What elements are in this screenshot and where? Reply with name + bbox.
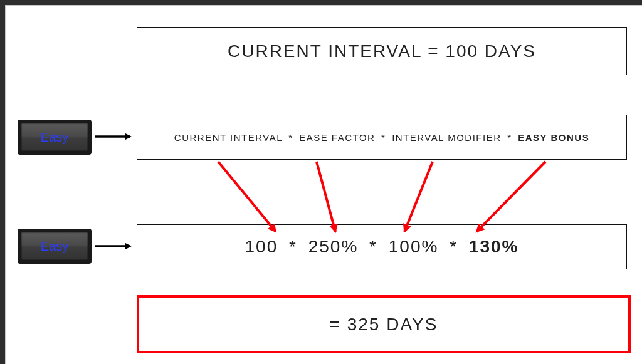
formula-term-easy-bonus: EASY BONUS	[518, 132, 589, 143]
formula-term-interval-modifier: INTERVAL MODIFIER	[392, 132, 501, 143]
multiply-icon: *	[284, 237, 302, 256]
current-interval-box: CURRENT INTERVAL = 100 DAYS	[137, 27, 627, 75]
easy-button-1[interactable]: Easy	[18, 120, 92, 155]
easy-button-2[interactable]: Easy	[18, 229, 92, 264]
easy-button-2-label: Easy	[41, 239, 68, 254]
multiply-icon: *	[379, 132, 388, 143]
result-box: = 325 DAYS	[137, 295, 631, 353]
multiply-icon: *	[286, 132, 295, 143]
slide-canvas: CURRENT INTERVAL = 100 DAYS Easy CURRENT…	[5, 5, 642, 364]
multiply-icon: *	[364, 237, 382, 256]
values-box: 100 * 250% * 100% * 130%	[137, 224, 627, 269]
value-easy-bonus: 130%	[469, 237, 519, 256]
easy-button-1-label: Easy	[41, 130, 68, 145]
formula-box: CURRENT INTERVAL * EASE FACTOR * INTERVA…	[137, 115, 627, 160]
multiply-icon: *	[445, 237, 463, 256]
value-current-interval: 100	[245, 237, 278, 256]
value-ease-factor: 250%	[308, 237, 359, 256]
multiply-icon: *	[505, 132, 514, 143]
current-interval-text: CURRENT INTERVAL = 100 DAYS	[228, 41, 536, 61]
formula-term-current-interval: CURRENT INTERVAL	[174, 132, 283, 143]
result-text: = 325 DAYS	[330, 315, 438, 335]
value-interval-modifier: 100%	[389, 237, 439, 256]
formula-term-ease-factor: EASE FACTOR	[299, 132, 375, 143]
